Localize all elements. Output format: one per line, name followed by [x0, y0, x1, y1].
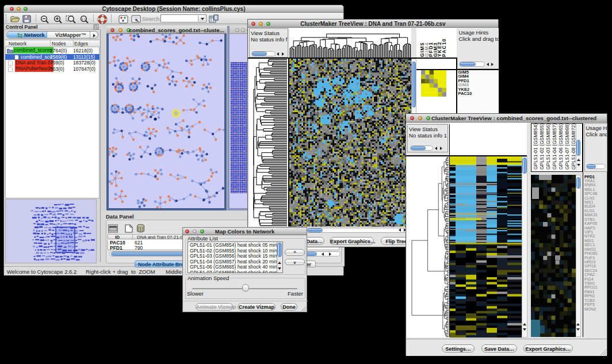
svg-text:1:1: 1:1 [82, 17, 86, 21]
svg-text:GPL51-01 (GSM854): GPL51-01 (GSM854) [533, 124, 538, 170]
svg-text:GPL51-07 (GSM868): GPL51-07 (GSM868) [564, 124, 570, 170]
svg-text:GPL51-04 (GSM857): GPL51-04 (GSM857) [552, 124, 557, 170]
svg-text:GPL51-06 (GSM865): GPL51-06 (GSM865) [558, 124, 564, 170]
svg-text:GPL51-03 (GSM856): GPL51-03 (GSM856) [545, 124, 551, 170]
svg-text:GPL51-02 (GSM855): GPL51-02 (GSM855) [539, 124, 545, 170]
svg-text:PAC10: PAC10 [441, 38, 447, 57]
